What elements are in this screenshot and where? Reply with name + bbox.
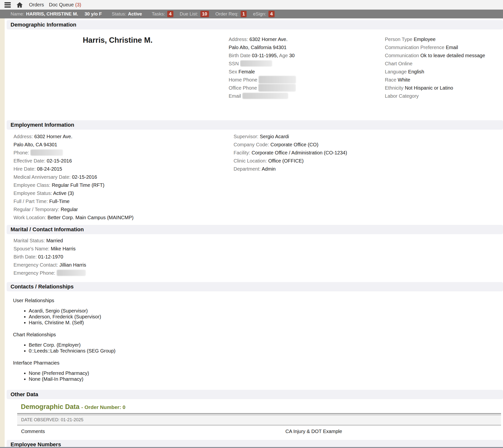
hamburger-menu-icon[interactable]: [3, 2, 12, 8]
due-list-label: Due List:: [180, 11, 198, 17]
list-item: None (Mail-In Pharmacy): [29, 376, 503, 382]
field-spouse-birth-date: Birth Date: 01-12-1970: [14, 253, 503, 261]
field-communication-preference: Communication Preference Email: [385, 44, 503, 51]
list-item: Acardi, Sergio (Supervisor): [29, 308, 503, 314]
list-item: None (Preferred Pharmacy): [29, 370, 503, 376]
doc-queue-label: Doc Queue: [49, 2, 74, 8]
nav-orders[interactable]: Orders: [29, 2, 44, 8]
list-item: Anderson, Frederick (Supervisor): [29, 314, 503, 320]
field-ssn: SSN: [229, 60, 385, 68]
field-company-code: Company Code: Corporate Office (CO): [234, 141, 503, 149]
status-value: Active: [128, 11, 142, 17]
field-communication: Communication Ok to leave detailed messa…: [385, 51, 503, 60]
doc-queue-count: (3): [75, 2, 81, 8]
interface-pharmacies-title: Interface Pharmacies: [13, 360, 503, 366]
chart-relationships-title: Chart Relationships: [13, 332, 503, 337]
section-header-employment-information: Employment Information: [7, 120, 503, 130]
section-header-other-data: Other Data: [7, 390, 503, 399]
field-emp-address: Address: 6302 Horner Ave.: [14, 133, 234, 141]
email-redacted-value: [242, 93, 288, 99]
field-emp-address-line2: Palo Alto, CA 94301: [14, 141, 234, 149]
order-number: - Order Number: 0: [81, 404, 126, 410]
patient-age-sex: 30 y/o F: [84, 11, 102, 17]
field-effective-date: Effective Date: 02-15-2016: [14, 157, 234, 165]
field-home-phone: Home Phone: [229, 76, 385, 84]
nav-links: Orders Doc Queue (3): [29, 2, 81, 8]
user-relationships-title: User Relationships: [13, 298, 503, 304]
field-ethnicity: Ethnicity Not Hispanic or Latino: [385, 84, 503, 92]
field-work-location: Work Location: Better Corp. Main Campus …: [14, 214, 234, 222]
user-relationships-list: Acardi, Sergio (Supervisor) Anderson, Fr…: [7, 308, 503, 325]
field-employee-class: Employee Class: Regular Full Time (RFT): [14, 181, 234, 189]
demographic-data-heading[interactable]: Demographic Data - Order Number: 0: [21, 403, 503, 411]
list-item: 0::Leeds::Lab Technicians (SEG Group): [29, 348, 503, 354]
field-birth-date: Birth Date 03-11-1995, Age 30: [229, 51, 385, 60]
section-header-marital-contact-information: Marital / Contact Information: [7, 225, 503, 234]
field-person-type: Person Type Employee: [385, 35, 503, 44]
marital-block: Marital Status: Married Spouse's Name: M…: [7, 237, 503, 277]
field-medical-anniversary-date: Medical Anniversary Date: 02-15-2016: [14, 173, 234, 181]
field-labor-category: Labor Category: [385, 92, 503, 100]
field-employee-status: Employee Status: Active (3): [14, 189, 234, 197]
comments-label: Comments: [21, 429, 45, 434]
other-data-table: DATE OBSERVED: 01-21-2025 Comments CA In…: [17, 413, 501, 437]
comments-row: Comments CA Injury & DOT Example: [17, 426, 501, 437]
demographic-grid: Harris, Christine M. Address: 6302 Horne…: [7, 35, 503, 100]
field-sex: Sex Female: [229, 68, 385, 76]
interface-pharmacies-list: None (Preferred Pharmacy) None (Mail-In …: [7, 370, 503, 382]
demographic-data-title: Demographic Data: [21, 403, 80, 410]
field-clinic-location: Clinic Location: Office (OFFICE): [234, 157, 503, 165]
home-phone-redacted-value: [259, 76, 296, 83]
field-full-part-time: Full / Part Time: Full-Time: [14, 197, 234, 206]
employment-grid: Address: 6302 Horner Ave. Palo Alto, CA …: [7, 133, 503, 222]
demographic-right-column: Person Type Employee Communication Prefe…: [385, 35, 503, 100]
section-header-contacts-relationships: Contacts / Relationships: [7, 282, 503, 291]
patient-name-label: Name:: [11, 11, 24, 17]
order-req-count-badge[interactable]: 1: [241, 11, 247, 17]
employment-right-column: Supervisor: Sergio Acardi Company Code: …: [234, 133, 503, 222]
tasks-count-badge[interactable]: 4: [167, 11, 173, 17]
field-emergency-phone: Emergency Phone:: [14, 269, 503, 277]
left-margin-strip: [0, 18, 5, 448]
field-department: Department: Admin: [234, 165, 503, 173]
home-icon[interactable]: [16, 1, 24, 9]
field-race: Race White: [385, 76, 503, 84]
section-header-demographic-information: Demographic Information: [7, 20, 503, 30]
chart-relationships-list: Better Corp. (Employer) 0::Leeds::Lab Te…: [7, 342, 503, 354]
demographic-middle-column: Address: 6302 Horner Ave. Palo Alto, Cal…: [229, 35, 385, 100]
esign-label: eSign:: [253, 11, 266, 17]
order-req-label: Order Req:: [215, 11, 238, 17]
esign-count-badge[interactable]: 4: [268, 11, 275, 17]
field-emergency-contact: Emergency Contact: Jillian Harris: [14, 261, 503, 269]
date-observed-row: DATE OBSERVED: 01-21-2025: [17, 415, 501, 426]
field-regular-temporary: Regular / Temporary: Regular: [14, 206, 234, 214]
list-item: Better Corp. (Employer): [29, 342, 503, 348]
comments-value: CA Injury & DOT Example: [285, 429, 342, 434]
divider-double-rule: [17, 413, 501, 415]
due-list-count-badge[interactable]: 10: [201, 11, 209, 17]
patient-name-value: HARRIS, CHRISTINE M.: [26, 11, 78, 17]
field-facility: Facility: Corporate Office / Administrat…: [234, 149, 503, 157]
ssn-redacted-value: [240, 60, 272, 66]
field-marital-status: Marital Status: Married: [14, 237, 503, 245]
field-emp-phone: Phone:: [14, 149, 234, 157]
hamburger-bar: [4, 4, 11, 5]
hamburger-bar: [4, 2, 11, 3]
nav-doc-queue[interactable]: Doc Queue (3): [49, 2, 81, 8]
list-item: Harris, Christine M. (Self): [29, 320, 503, 325]
field-address: Address: 6302 Horner Ave.: [229, 35, 385, 44]
emergency-phone-redacted-value: [57, 270, 86, 276]
patient-summary-bar: Name: HARRIS, CHRISTINE M. 30 y/o F Stat…: [0, 10, 503, 18]
top-nav-bar: Orders Doc Queue (3): [0, 0, 503, 10]
contacts-block: User Relationships Acardi, Sergio (Super…: [7, 298, 503, 382]
patient-full-name: Harris, Christine M.: [7, 35, 229, 100]
chart-content: Demographic Information Harris, Christin…: [5, 18, 503, 448]
status-label: Status:: [112, 11, 126, 17]
field-email: Email: [229, 92, 385, 100]
hamburger-bar: [4, 6, 11, 8]
tasks-label: Tasks:: [152, 11, 165, 17]
field-chart-online: Chart Online: [385, 60, 503, 68]
bottom-divider: [0, 447, 503, 448]
field-spouse-name: Spouse's Name: Mike Harris: [14, 245, 503, 253]
employment-left-column: Address: 6302 Horner Ave. Palo Alto, CA …: [14, 133, 234, 222]
